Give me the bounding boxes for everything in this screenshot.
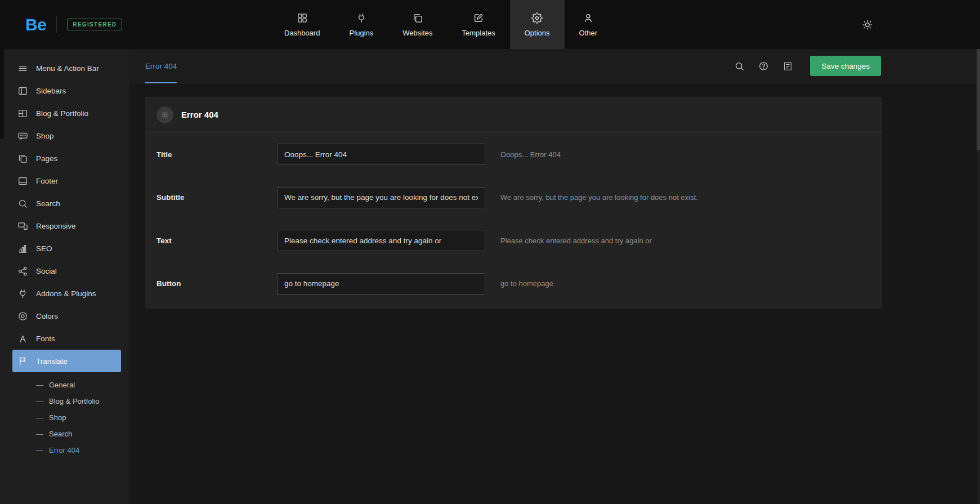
seo-icon — [17, 243, 28, 254]
sidebar-item-search[interactable]: Search — [12, 192, 121, 215]
form-row-title: Title Ooops... Error 404 — [145, 133, 882, 176]
field-hint: We are sorry, but the page you are looki… — [500, 193, 698, 202]
submenu-item-blog-portfolio[interactable]: — Blog & Portfolio — [0, 393, 129, 409]
field-label: Text — [156, 237, 277, 245]
sidebar: Menu & Action Bar Sidebars Blog & Portfo… — [0, 49, 129, 504]
topnav-item-dashboard[interactable]: Dashboard — [270, 0, 335, 49]
sidebar-item-shop[interactable]: WOO Shop — [12, 124, 121, 147]
plugins-icon — [356, 12, 367, 24]
topnav-item-other[interactable]: Other — [565, 0, 612, 49]
topnav-item-plugins[interactable]: Plugins — [335, 0, 388, 49]
be-logo: Be — [25, 15, 46, 34]
field-label: Title — [156, 150, 277, 159]
sidebar-item-colors[interactable]: Colors — [12, 305, 121, 327]
sidebar-item-pages[interactable]: Pages — [12, 147, 121, 170]
content-area: Error 404 Title Ooops... Error 404 Subti… — [130, 83, 980, 504]
save-changes-button[interactable]: Save changes — [810, 56, 881, 76]
sidebar-item-label: Footer — [36, 177, 58, 185]
dash: — — [36, 446, 43, 454]
tab-bar: Error 404 Save changes — [130, 49, 980, 83]
error-404-panel: Error 404 Title Ooops... Error 404 Subti… — [145, 97, 882, 309]
sidebar-item-blog-portfolio[interactable]: Blog & Portfolio — [12, 102, 121, 124]
form-row-text: Text Please check entered address and tr… — [145, 219, 882, 262]
sidebar-item-fonts[interactable]: Fonts — [12, 327, 121, 350]
sidebar-item-responsive[interactable]: Responsive — [12, 215, 121, 237]
dashboard-icon — [297, 12, 308, 24]
tab-error-404[interactable]: Error 404 — [145, 49, 177, 83]
sidebar-item-menu-action-bar[interactable]: Menu & Action Bar — [12, 57, 121, 79]
button-field[interactable] — [277, 273, 485, 295]
sidebar-item-social[interactable]: Social — [12, 260, 121, 282]
topnav-item-templates[interactable]: Templates — [447, 0, 509, 49]
field-hint: Please check entered address and try aga… — [500, 237, 652, 245]
title-field[interactable] — [277, 144, 485, 165]
sidebar-item-label: Fonts — [36, 334, 55, 343]
topnav-item-websites[interactable]: Websites — [388, 0, 447, 49]
panel-header: Error 404 — [145, 97, 882, 133]
dash: — — [36, 430, 43, 438]
topnav-item-options[interactable]: Options — [510, 0, 565, 49]
notes-icon[interactable] — [782, 61, 793, 72]
footer-icon — [17, 176, 28, 186]
betheme-options-page: { "topbar": { "logo": "Be", "badge": "RE… — [0, 0, 980, 504]
dash: — — [36, 381, 43, 389]
sidebar-item-label: Shop — [36, 132, 54, 140]
submenu-item-shop[interactable]: — Shop — [0, 409, 129, 426]
sidebar-item-label: Addons & Plugins — [36, 289, 96, 298]
brand: Be REGISTERED — [25, 0, 122, 49]
sidebar-scrollbar-thumb[interactable] — [0, 49, 4, 139]
menu-icon — [17, 63, 28, 74]
field-label: Subtitle — [156, 193, 277, 202]
text-field[interactable] — [277, 230, 485, 251]
sidebar-item-label: Blog & Portfolio — [36, 109, 88, 118]
templates-icon — [473, 12, 484, 24]
sidebar-item-label: Search — [36, 199, 60, 208]
submenu-item-search[interactable]: — Search — [0, 426, 129, 442]
topnav-label: Options — [525, 29, 550, 37]
sidebar-item-label: Colors — [36, 312, 58, 320]
search-icon — [17, 198, 28, 209]
page-scrollbar-thumb[interactable] — [977, 49, 980, 150]
sidebar-item-label: Pages — [36, 154, 57, 163]
submenu-label: Blog & Portfolio — [49, 397, 100, 405]
sidebar-item-seo[interactable]: SEO — [12, 237, 121, 260]
grid-dots-icon — [156, 106, 173, 123]
subtitle-field[interactable] — [277, 187, 485, 208]
sidebar-item-sidebars[interactable]: Sidebars — [12, 79, 121, 102]
submenu-label: Shop — [49, 413, 66, 422]
social-share-icon — [17, 266, 28, 276]
form-row-subtitle: Subtitle We are sorry, but the page you … — [145, 176, 882, 220]
help-icon[interactable] — [758, 61, 769, 72]
brightness-icon[interactable] — [862, 19, 873, 30]
topnav-label: Templates — [462, 29, 495, 37]
field-hint: go to homepage — [500, 279, 553, 288]
registered-badge: REGISTERED — [67, 19, 122, 30]
submenu-item-general[interactable]: — General — [0, 377, 129, 393]
submenu-label: General — [49, 381, 75, 389]
blog-portfolio-icon — [17, 108, 28, 119]
sidebar-item-label: Translate — [36, 357, 68, 365]
search-icon[interactable] — [734, 61, 745, 72]
page-scrollbar[interactable] — [977, 49, 980, 504]
panel-title: Error 404 — [181, 110, 218, 119]
brand-divider — [56, 16, 57, 33]
dash: — — [36, 397, 43, 405]
shop-woo-icon: WOO — [17, 131, 28, 141]
translate-submenu: — General — Blog & Portfolio — Shop — Se… — [0, 377, 129, 458]
responsive-icon — [17, 221, 28, 231]
sidebar-item-label: SEO — [36, 244, 52, 253]
sidebar-item-label: Sidebars — [36, 87, 66, 95]
topnav-label: Other — [579, 29, 598, 37]
fonts-icon — [17, 333, 28, 344]
submenu-item-error-404[interactable]: — Error 404 — [0, 442, 129, 458]
websites-icon — [412, 12, 423, 24]
translate-flag-icon — [17, 356, 28, 367]
sidebar-item-translate[interactable]: Translate — [12, 350, 121, 372]
sidebar-item-footer[interactable]: Footer — [12, 170, 121, 192]
submenu-label: Error 404 — [49, 446, 79, 454]
options-gear-icon — [531, 12, 543, 24]
topnav-label: Dashboard — [284, 29, 320, 37]
form-row-button: Button go to homepage — [145, 262, 882, 306]
colors-icon — [17, 311, 28, 322]
sidebar-item-addons-plugins[interactable]: Addons & Plugins — [12, 282, 121, 305]
